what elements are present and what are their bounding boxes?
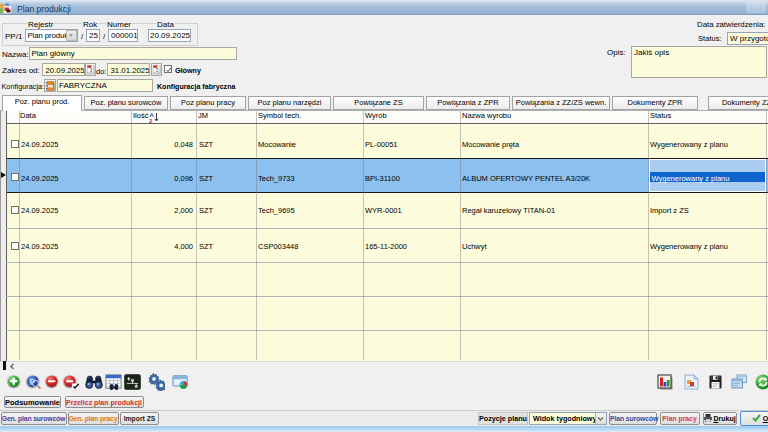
svg-text:3: 3: [155, 68, 158, 73]
svg-text:3: 3: [89, 68, 92, 73]
svg-text:2: 2: [149, 117, 153, 123]
